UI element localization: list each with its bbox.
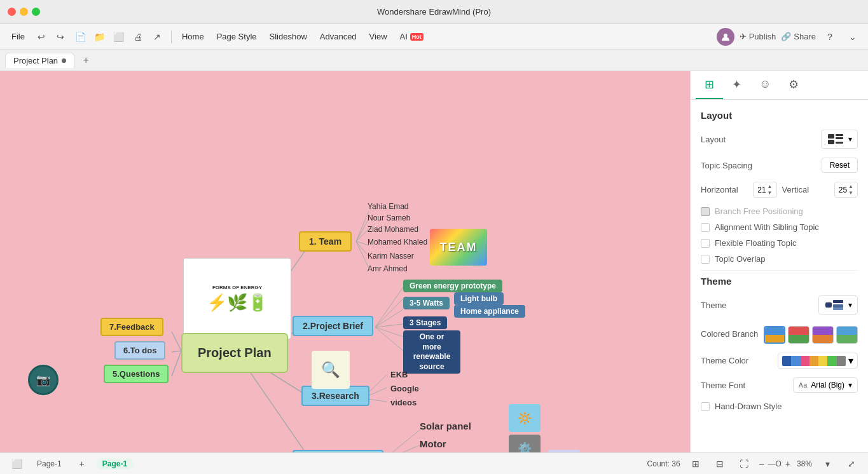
todos-node[interactable]: 6.To dos — [114, 341, 165, 360]
pb-item-4[interactable]: 3-5 Watts — [403, 297, 450, 309]
open-button[interactable]: 📁 — [91, 28, 109, 46]
panel-tab-settings[interactable]: ⚙ — [780, 71, 808, 99]
theme-color-arrow: ▾ — [848, 355, 853, 367]
menu-page-style[interactable]: Page Style — [212, 29, 262, 44]
fullscreen-button[interactable]: ⛶ — [735, 455, 753, 473]
flexible-row: Flexible Floating Topic — [701, 238, 858, 248]
print-button[interactable]: 🖨 — [129, 28, 147, 46]
horizontal-input[interactable]: 21 ▲ ▼ — [753, 182, 776, 198]
project-brief-node[interactable]: 2.Project Brief — [293, 316, 373, 336]
zoom-in-button[interactable]: + — [785, 459, 790, 469]
menu-bar: File ↩ ↪ 📄 📁 ⬜ 🖨 ↗ Home Page Style Slide… — [0, 24, 868, 50]
user-avatar[interactable] — [717, 28, 734, 46]
team-member-1: Yahia Emad — [368, 202, 408, 211]
horizontal-spinners[interactable]: ▲ ▼ — [768, 184, 773, 196]
fit-view-button[interactable]: ⊞ — [687, 455, 705, 473]
panel-tab-layout[interactable]: ⊞ — [696, 71, 723, 99]
team-member-4: Mohamed Khaled — [368, 238, 427, 247]
expand-button[interactable]: ⌄ — [844, 28, 862, 46]
new-button[interactable]: 📄 — [72, 28, 90, 46]
split-button[interactable]: ⬜ — [110, 28, 128, 46]
team-member-3: Ziad Mohamed — [368, 225, 418, 234]
camera-avatar[interactable]: 📷 — [28, 365, 59, 395]
svg-line-12 — [356, 241, 369, 257]
alignment-checkbox[interactable] — [701, 223, 710, 232]
mind-map-canvas[interactable]: FORMS OF ENERGY ⚡🌿🔋 Project Plan 1. Team… — [0, 71, 690, 452]
layout-dropdown[interactable]: ▾ — [821, 130, 858, 149]
questions-label: 5.Questions — [113, 369, 160, 379]
menu-file[interactable]: File — [6, 29, 30, 44]
sidebar-toggle[interactable]: ⬜ — [8, 455, 25, 473]
branch-color-3[interactable] — [812, 326, 834, 344]
theme-font-dropdown[interactable]: Aa Arial (Big) ▾ — [793, 377, 858, 393]
theme-dropdown[interactable]: ▾ — [818, 295, 858, 315]
topic-overlap-checkbox[interactable] — [701, 255, 710, 264]
alignment-label: Alignment With Sibling Topic — [715, 222, 819, 232]
count-label: Count: 36 — [647, 459, 680, 468]
horizontal-down[interactable]: ▼ — [768, 190, 773, 196]
svg-rect-34 — [833, 304, 843, 308]
horizontal-up[interactable]: ▲ — [768, 184, 773, 190]
branch-free-checkbox[interactable] — [701, 207, 710, 216]
branch-color-1[interactable] — [764, 326, 785, 344]
vertical-input[interactable]: 25 ▲ ▼ — [834, 182, 858, 198]
theme-color-picker[interactable]: ▾ — [778, 353, 858, 369]
zoom-arrow[interactable]: ▾ — [818, 455, 836, 473]
menu-home[interactable]: Home — [177, 29, 209, 44]
pb-item-3[interactable]: Home appliance — [454, 305, 525, 318]
zoom-out-button[interactable]: – — [759, 459, 764, 469]
questions-node[interactable]: 5.Questions — [104, 365, 169, 383]
svg-line-11 — [356, 241, 369, 245]
pb-item-5[interactable]: 3 Stages — [403, 316, 447, 329]
vertical-down[interactable]: ▼ — [848, 190, 853, 196]
add-page-button[interactable]: + — [73, 455, 91, 473]
feedback-node[interactable]: 7.Feedback — [100, 318, 163, 336]
panel-tab-style[interactable]: ✦ — [723, 71, 750, 99]
publish-button[interactable]: ✈ Publish — [740, 32, 776, 41]
menu-ai[interactable]: AI Hot — [395, 29, 429, 44]
status-bar-left: ⬜ Page-1 + Page-1 — [8, 455, 134, 473]
minimize-button[interactable] — [20, 8, 28, 16]
export-button[interactable]: ↗ — [148, 28, 166, 46]
branch-color-2[interactable] — [788, 326, 809, 344]
theme-dropdown-arrow: ▾ — [848, 301, 852, 309]
team-member-5: Karim Nasser — [368, 252, 414, 261]
zoom-controls: – —O + — [759, 459, 790, 469]
theme-section-title: Theme — [701, 276, 858, 287]
reset-button[interactable]: Reset — [822, 158, 858, 173]
flexible-checkbox[interactable] — [701, 239, 710, 248]
menu-view[interactable]: View — [364, 29, 392, 44]
svg-line-13 — [356, 241, 369, 268]
page-tab-1[interactable]: Page-1 — [31, 458, 68, 470]
panel-tab-emoji[interactable]: ☺ — [750, 71, 780, 99]
alignment-row: Alignment With Sibling Topic — [701, 222, 858, 232]
expand-view-button[interactable]: ⤢ — [843, 455, 860, 473]
redo-button[interactable]: ↪ — [52, 28, 69, 46]
brain-storming-node[interactable]: 4.Brain storming — [293, 450, 383, 452]
menu-slideshow[interactable]: Slideshow — [265, 29, 312, 44]
panel-content: Layout Layout ▾ Topic Spacing — [691, 100, 868, 452]
pb-item-1[interactable]: Green energy prototype — [403, 280, 502, 292]
central-node[interactable]: Project Plan — [181, 333, 288, 373]
undo-button[interactable]: ↩ — [32, 28, 50, 46]
active-page-tab[interactable]: Page-1 — [96, 458, 134, 470]
svg-line-18 — [375, 327, 403, 337]
help-button[interactable]: ? — [821, 28, 839, 46]
solar-panel-image: 🔆 — [509, 404, 541, 432]
pb-item-2[interactable]: Light bulb — [454, 292, 504, 305]
project-plan-tab[interactable]: Project Plan — [5, 53, 74, 68]
vertical-spinners[interactable]: ▲ ▼ — [848, 184, 853, 196]
tab-dot — [62, 58, 66, 63]
share-button[interactable]: 🔗 Share — [781, 32, 816, 41]
close-button[interactable] — [8, 8, 16, 16]
team-node[interactable]: 1. Team — [299, 231, 352, 252]
grid-view-button[interactable]: ⊟ — [711, 455, 729, 473]
main-area: FORMS OF ENERGY ⚡🌿🔋 Project Plan 1. Team… — [0, 71, 868, 452]
pb-item-6[interactable]: One or more renewable source — [403, 330, 460, 374]
vertical-up[interactable]: ▲ — [848, 184, 853, 190]
menu-advanced[interactable]: Advanced — [315, 29, 362, 44]
hand-drawn-checkbox[interactable] — [701, 402, 710, 411]
maximize-button[interactable] — [32, 8, 40, 16]
add-tab-button[interactable]: + — [78, 53, 93, 68]
branch-color-4[interactable] — [836, 326, 858, 344]
